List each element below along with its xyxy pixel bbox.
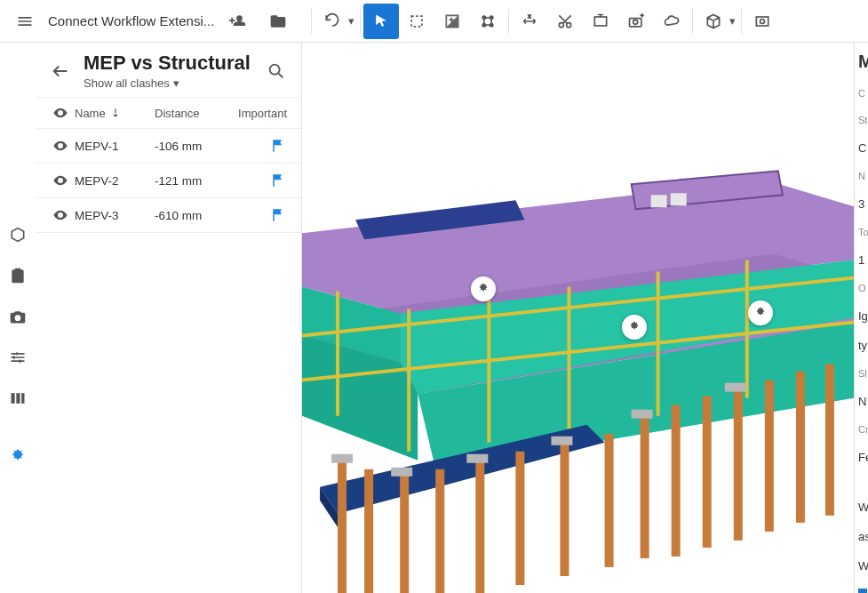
cube-view-button[interactable]	[696, 4, 731, 39]
svg-point-16	[19, 360, 21, 363]
search-button[interactable]	[262, 57, 291, 85]
visibility-toggle[interactable]	[46, 138, 75, 154]
svg-rect-12	[756, 17, 768, 26]
row-distance: -106 mm	[155, 140, 235, 153]
column-visibility-icon[interactable]	[46, 105, 75, 121]
svg-rect-47	[475, 461, 484, 593]
svg-rect-63	[725, 383, 746, 392]
clash-panel: MEP vs Structural Show all clashes ▾ Nam…	[36, 43, 302, 593]
caret-down-icon: ▾	[173, 76, 179, 90]
row-name: MEPV-1	[75, 140, 155, 153]
svg-rect-55	[765, 381, 774, 532]
table-row[interactable]: MEPV-1 -106 mm	[36, 129, 301, 164]
svg-rect-61	[551, 437, 572, 445]
table-row[interactable]: MEPV-3 -610 mm	[36, 198, 301, 233]
back-button[interactable]	[44, 55, 76, 87]
cut-tool[interactable]	[547, 4, 583, 39]
rail-camera-icon[interactable]	[4, 302, 32, 331]
hamburger-menu-button[interactable]	[7, 4, 43, 39]
folder-button[interactable]	[260, 4, 296, 39]
svg-rect-62	[632, 410, 653, 419]
svg-rect-59	[391, 468, 412, 477]
rail-sliders-icon[interactable]	[4, 343, 32, 372]
svg-rect-17	[12, 393, 15, 404]
svg-rect-54	[734, 389, 743, 541]
svg-rect-58	[331, 454, 353, 463]
right-properties-panel[interactable]: M C St C N 3 To 1 O Ig ty Sl N Cr Fe W a…	[854, 43, 868, 593]
viewport-3d[interactable]	[302, 43, 854, 593]
svg-rect-56	[796, 372, 805, 523]
filter-label: Show all clashes	[84, 76, 170, 90]
row-distance: -121 mm	[155, 174, 235, 188]
selection-rect-tool[interactable]	[399, 4, 434, 39]
panel-title: MEP vs Structural	[84, 52, 255, 75]
svg-point-2	[482, 16, 485, 19]
peek-action-button[interactable]	[858, 589, 867, 593]
table-header: Name Distance Important	[36, 97, 301, 129]
table-row[interactable]: MEPV-2 -121 mm	[36, 164, 301, 198]
visibility-toggle[interactable]	[46, 207, 75, 223]
svg-rect-53	[703, 397, 712, 548]
svg-point-3	[490, 16, 493, 19]
markup-tool[interactable]	[583, 4, 618, 39]
svg-rect-32	[671, 193, 687, 205]
flag-icon[interactable]	[235, 138, 291, 154]
svg-rect-52	[672, 405, 681, 557]
rail-cube-icon[interactable]	[4, 220, 32, 249]
svg-rect-46	[435, 469, 444, 593]
rail-clash-icon[interactable]	[4, 443, 32, 471]
column-important[interactable]: Important	[235, 107, 291, 120]
visibility-toggle[interactable]	[46, 172, 75, 188]
svg-rect-31	[651, 195, 667, 207]
measure-tool[interactable]: x	[512, 4, 547, 39]
left-rail	[0, 43, 36, 593]
add-user-button[interactable]	[219, 4, 255, 39]
row-distance: -610 mm	[155, 209, 235, 222]
svg-point-4	[482, 23, 485, 26]
sort-down-icon	[109, 107, 122, 119]
render-settings-button[interactable]	[745, 4, 780, 39]
svg-text:x: x	[529, 12, 531, 18]
exposure-tool[interactable]	[434, 4, 470, 39]
svg-rect-0	[411, 16, 422, 27]
svg-rect-49	[560, 443, 569, 576]
svg-rect-50	[605, 434, 614, 567]
cloud-tool[interactable]	[654, 4, 689, 39]
row-name: MEPV-3	[75, 209, 155, 222]
peek-heading: M	[858, 52, 868, 72]
svg-rect-18	[16, 393, 20, 404]
svg-point-15	[12, 356, 15, 358]
svg-rect-44	[364, 469, 373, 593]
svg-point-20	[270, 64, 280, 74]
filter-dropdown[interactable]: Show all clashes ▾	[84, 76, 255, 90]
pointer-tool[interactable]	[363, 4, 399, 39]
clash-marker[interactable]	[748, 301, 773, 325]
svg-point-13	[760, 19, 765, 23]
svg-rect-60	[466, 454, 488, 463]
svg-rect-9	[594, 17, 606, 26]
svg-rect-57	[825, 365, 834, 516]
svg-rect-51	[641, 416, 649, 558]
svg-rect-48	[515, 452, 524, 585]
flag-icon[interactable]	[235, 207, 291, 223]
camera-add-tool[interactable]	[618, 4, 654, 39]
app-title: Connect Workflow Extensi...	[48, 13, 214, 28]
undo-button[interactable]	[315, 4, 350, 39]
svg-rect-45	[400, 474, 409, 593]
transform-tool[interactable]	[470, 4, 506, 39]
clash-marker[interactable]	[622, 315, 647, 340]
rail-columns-icon[interactable]	[4, 384, 32, 413]
column-name[interactable]: Name	[75, 107, 155, 120]
column-distance[interactable]: Distance	[155, 107, 235, 120]
rail-clipboard-icon[interactable]	[4, 261, 32, 290]
flag-icon[interactable]	[235, 172, 291, 188]
svg-point-14	[16, 352, 19, 355]
clash-marker[interactable]	[471, 276, 496, 301]
svg-point-11	[633, 20, 638, 24]
svg-rect-43	[338, 461, 346, 593]
row-name: MEPV-2	[75, 174, 155, 188]
svg-rect-19	[21, 393, 24, 404]
svg-point-5	[490, 23, 493, 26]
